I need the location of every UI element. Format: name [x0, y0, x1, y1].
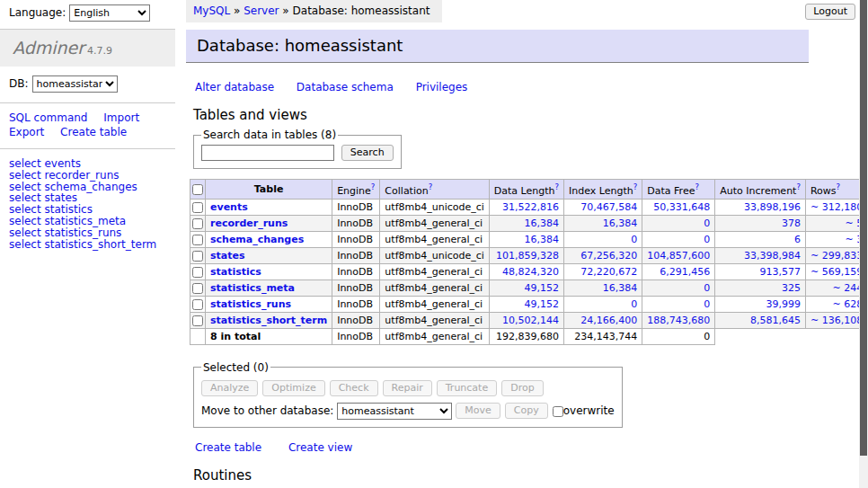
index-length-link[interactable]: 16,384 [603, 282, 638, 294]
table-link-statistics-meta[interactable]: statistics_meta [210, 282, 295, 294]
table-link-events[interactable]: events [210, 201, 248, 213]
db-link-privileges[interactable]: Privileges [416, 81, 468, 93]
data-length-link[interactable]: 49,152 [525, 282, 560, 294]
auto-increment-cell: 6 [715, 231, 806, 247]
help-icon[interactable]: ? [695, 182, 699, 191]
db-select[interactable]: homeassistant [32, 75, 118, 93]
sidebar-select-statistics-short-term[interactable]: select statistics_short_term [9, 239, 175, 251]
data-free-link[interactable]: 0 [704, 282, 710, 294]
auto-increment-link[interactable]: 6 [794, 234, 801, 245]
data-free-link[interactable]: 104,857,600 [647, 250, 710, 262]
table-link-states[interactable]: states [210, 250, 245, 262]
help-icon[interactable]: ? [796, 182, 801, 191]
copy-button[interactable]: Copy [505, 403, 548, 419]
data-free-link[interactable]: 0 [704, 234, 710, 245]
sidebar-action-sql-command[interactable]: SQL command [9, 111, 87, 124]
auto-increment-link[interactable]: 33,398,984 [744, 250, 801, 262]
auto-increment-cell: 378 [715, 215, 806, 231]
row-checkbox[interactable] [192, 202, 203, 213]
breadcrumb-link-server[interactable]: Server [244, 4, 279, 17]
help-icon[interactable]: ? [429, 182, 433, 191]
sidebar-select-statistics-meta[interactable]: select statistics_meta [9, 216, 175, 227]
auto-increment-link[interactable]: 378 [782, 217, 801, 229]
index-length-link[interactable]: 72,220,672 [580, 266, 637, 278]
help-icon[interactable]: ? [555, 182, 560, 191]
overwrite-option[interactable]: overwrite [553, 404, 615, 417]
data-length-link[interactable]: 101,859,328 [496, 250, 559, 262]
repair-button[interactable]: Repair [383, 380, 432, 396]
data-free-link[interactable]: 50,331,648 [653, 201, 710, 213]
index-length-link[interactable]: 67,256,320 [580, 250, 637, 262]
rows-link[interactable]: ~ 136,108 [810, 315, 863, 326]
table-link-statistics-short-term[interactable]: statistics_short_term [210, 315, 327, 326]
sidebar-select-events[interactable]: select events [9, 158, 175, 170]
table-link-statistics-runs[interactable]: statistics_runs [210, 298, 291, 310]
data-free-link[interactable]: 188,743,680 [647, 315, 710, 326]
sidebar-action-create-table[interactable]: Create table [60, 126, 127, 138]
page-scrollbar[interactable] [859, 0, 868, 488]
row-checkbox[interactable] [192, 283, 203, 294]
bottom-link-create-table[interactable]: Create table [195, 441, 261, 454]
row-checkbox[interactable] [192, 315, 203, 326]
overwrite-checkbox[interactable] [553, 406, 563, 417]
engine-cell: InnoDB [332, 231, 380, 247]
index-length-link[interactable]: 0 [631, 298, 637, 310]
data-length-link[interactable]: 48,824,320 [502, 266, 559, 278]
scrollbar-thumb[interactable] [860, 0, 867, 456]
sidebar-action-import[interactable]: Import [103, 111, 139, 124]
analyze-button[interactable]: Analyze [201, 380, 258, 396]
db-link-alter-database[interactable]: Alter database [195, 81, 274, 93]
breadcrumb-link-mysql[interactable]: MySQL [193, 4, 230, 17]
auto-increment-link[interactable]: 325 [782, 282, 801, 294]
table-link-statistics[interactable]: statistics [210, 266, 261, 278]
check-button[interactable]: Check [330, 380, 378, 396]
data-free-link[interactable]: 0 [704, 217, 710, 229]
auto-increment-link[interactable]: 913,577 [759, 266, 801, 278]
engine-cell: InnoDB [332, 296, 380, 312]
row-checkbox[interactable] [192, 235, 203, 245]
data-length-link[interactable]: 49,152 [525, 298, 560, 310]
optimize-button[interactable]: Optimize [262, 380, 324, 396]
row-checkbox[interactable] [192, 218, 203, 229]
data-length-link[interactable]: 31,522,816 [502, 201, 559, 213]
rows-link[interactable]: ~ 312,180 [810, 201, 863, 213]
bottom-link-create-view[interactable]: Create view [288, 441, 352, 454]
sidebar-select-statistics-runs[interactable]: select statistics_runs [9, 227, 175, 239]
row-checkbox[interactable] [192, 267, 203, 278]
index-length-link[interactable]: 16,384 [603, 217, 638, 229]
index-length-link[interactable]: 70,467,584 [580, 201, 637, 213]
data-free-link[interactable]: 0 [704, 298, 710, 310]
data-length-link[interactable]: 10,502,144 [502, 315, 559, 326]
data-free-link[interactable]: 6,291,456 [660, 266, 710, 278]
help-icon[interactable]: ? [633, 182, 638, 191]
search-input[interactable] [201, 145, 334, 161]
row-checkbox[interactable] [192, 299, 203, 310]
data-length-link[interactable]: 16,384 [525, 217, 560, 229]
help-icon[interactable]: ? [837, 182, 841, 191]
index-length-link[interactable]: 24,166,400 [580, 315, 637, 326]
select-all-checkbox[interactable] [192, 184, 203, 195]
adminer-logo-link[interactable]: Adminer [13, 38, 84, 58]
sidebar-action-export[interactable]: Export [9, 126, 44, 138]
language-select[interactable]: English [69, 4, 150, 22]
drop-button[interactable]: Drop [501, 380, 543, 396]
table-link-schema-changes[interactable]: schema_changes [210, 234, 304, 245]
auto-increment-link[interactable]: 8,581,645 [750, 315, 801, 326]
help-icon[interactable]: ? [371, 182, 376, 191]
logout-button[interactable]: Logout [805, 4, 855, 20]
data-length-link[interactable]: 16,384 [525, 234, 560, 245]
auto-increment-link[interactable]: 33,898,196 [744, 201, 801, 213]
row-checkbox[interactable] [192, 251, 203, 262]
db-link-database-schema[interactable]: Database schema [297, 81, 394, 93]
index-length-link[interactable]: 0 [631, 234, 637, 245]
search-button[interactable]: Search [341, 145, 394, 161]
truncate-button[interactable]: Truncate [437, 380, 497, 396]
rows-link[interactable]: ~ 569,159 [810, 266, 863, 278]
table-link-recorder-runs[interactable]: recorder_runs [210, 217, 288, 229]
sidebar-select-recorder-runs[interactable]: select recorder_runs [9, 170, 175, 182]
column-header-label: Table [254, 183, 284, 195]
move-button[interactable]: Move [456, 403, 500, 419]
rows-link[interactable]: ~ 299,833 [810, 250, 863, 262]
auto-increment-link[interactable]: 39,999 [766, 298, 801, 310]
move-db-select[interactable]: homeassistant [337, 403, 452, 420]
